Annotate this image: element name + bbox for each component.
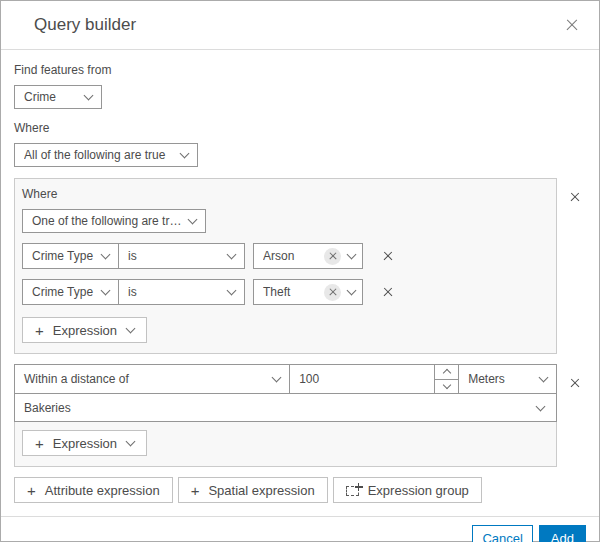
value-select-value: Arson <box>263 249 324 263</box>
remove-expression-icon <box>383 287 393 297</box>
query-builder-dialog: Query builder Find features from Crime W… <box>0 0 600 542</box>
plus-icon: + <box>27 482 36 499</box>
spatial-layer-select[interactable]: Bakeries <box>14 393 557 422</box>
clear-value-button[interactable] <box>324 284 341 301</box>
stepper-up-button[interactable] <box>435 365 458 379</box>
chevron-down-icon <box>539 373 549 383</box>
operator-select[interactable]: is <box>118 243 245 269</box>
value-select[interactable]: Theft <box>253 279 363 305</box>
spatial-condition-value: Within a distance of <box>24 372 273 386</box>
chevron-down-icon <box>101 286 111 296</box>
layer-select[interactable]: Crime <box>14 85 102 109</box>
expression-group-2-wrap: Within a distance of Meters <box>14 364 586 467</box>
field-select[interactable]: Crime Type <box>22 279 119 305</box>
close-icon <box>565 18 579 32</box>
chevron-down-icon <box>442 381 450 389</box>
expression-group-1: Where One of the following are tr… Crime… <box>14 178 557 354</box>
dialog-content: Find features from Crime Where All of th… <box>1 50 599 516</box>
remove-group-icon <box>570 192 580 202</box>
add-expression-label: Expression <box>53 436 117 451</box>
add-attribute-expression-button[interactable]: + Attribute expression <box>14 477 173 503</box>
operator-select[interactable]: is <box>118 279 245 305</box>
expression-group-icon <box>346 486 359 496</box>
combine-operator-value: All of the following are true <box>24 148 181 162</box>
chevron-down-icon <box>272 373 282 383</box>
clear-value-icon <box>329 252 337 260</box>
chevron-down-icon <box>347 250 357 260</box>
remove-expression-button[interactable] <box>377 245 399 267</box>
remove-expression-icon <box>383 251 393 261</box>
dialog-footer: Cancel Add <box>1 516 599 542</box>
expression-group-1-wrap: Where One of the following are tr… Crime… <box>14 178 586 354</box>
add-spatial-expression-button[interactable]: + Spatial expression <box>178 477 328 503</box>
value-select-value: Theft <box>263 285 324 299</box>
where-label: Where <box>14 121 586 135</box>
expression-row-1: Crime Type is Arson <box>22 243 549 269</box>
field-select[interactable]: Crime Type <box>22 243 119 269</box>
plus-icon: + <box>35 322 44 339</box>
add-expression-label: Expression <box>53 323 117 338</box>
group1-add-expression-button[interactable]: + Expression <box>22 317 147 343</box>
operator-select-value: is <box>128 249 228 263</box>
expression-group-label: Expression group <box>368 483 469 498</box>
group1-combine-select[interactable]: One of the following are tr… <box>22 209 206 233</box>
spatial-expression-label: Spatial expression <box>208 483 314 498</box>
spatial-layer-value: Bakeries <box>24 401 537 415</box>
chevron-down-icon <box>188 215 198 225</box>
chevron-down-icon <box>84 91 94 101</box>
clear-value-icon <box>329 288 337 296</box>
chevron-down-icon <box>227 250 237 260</box>
combine-operator-select[interactable]: All of the following are true <box>14 143 198 167</box>
chevron-up-icon <box>442 369 450 377</box>
group1-combine-value: One of the following are tr… <box>32 214 189 228</box>
chevron-down-icon <box>347 286 357 296</box>
expression-group-2: Within a distance of Meters <box>14 364 557 467</box>
find-features-from-label: Find features from <box>14 63 586 77</box>
distance-input-cell <box>289 364 459 394</box>
expression-row-2: Crime Type is Theft <box>22 279 549 305</box>
chevron-down-icon <box>126 324 136 334</box>
chevron-down-icon <box>227 286 237 296</box>
dialog-header: Query builder <box>1 1 599 50</box>
spatial-condition-row: Within a distance of Meters <box>14 364 557 394</box>
field-select-value: Crime Type <box>32 249 102 263</box>
field-select-value: Crime Type <box>32 285 102 299</box>
distance-input[interactable] <box>290 372 434 386</box>
attribute-expression-label: Attribute expression <box>45 483 160 498</box>
spatial-condition-select[interactable]: Within a distance of <box>14 364 290 394</box>
plus-icon: + <box>191 482 200 499</box>
clear-value-button[interactable] <box>324 248 341 265</box>
close-button[interactable] <box>561 14 583 36</box>
cancel-button[interactable]: Cancel <box>472 525 532 542</box>
chevron-down-icon <box>101 250 111 260</box>
remove-group-button[interactable] <box>564 372 586 394</box>
unit-select[interactable]: Meters <box>458 364 557 394</box>
plus-icon: + <box>35 435 44 452</box>
chevron-down-icon <box>126 437 136 447</box>
remove-expression-button[interactable] <box>377 281 399 303</box>
layer-select-value: Crime <box>24 90 85 104</box>
plus-icon <box>354 482 364 492</box>
value-select[interactable]: Arson <box>253 243 363 269</box>
chevron-down-icon <box>180 149 190 159</box>
spatial-layer-row: Bakeries <box>14 394 557 422</box>
add-expression-group-button[interactable]: Expression group <box>333 477 482 503</box>
chevron-down-icon <box>536 401 546 411</box>
stepper-down-button[interactable] <box>435 379 458 394</box>
add-button[interactable]: Add <box>539 525 586 542</box>
expression-actions-row: + Attribute expression + Spatial express… <box>14 477 586 503</box>
dialog-title: Query builder <box>34 15 561 35</box>
operator-select-value: is <box>128 285 228 299</box>
group2-add-expression-button[interactable]: + Expression <box>22 430 147 456</box>
number-stepper <box>434 365 458 393</box>
remove-group-icon <box>570 378 580 388</box>
group1-where-label: Where <box>22 187 549 201</box>
remove-group-button[interactable] <box>564 186 586 208</box>
unit-select-value: Meters <box>468 372 540 386</box>
